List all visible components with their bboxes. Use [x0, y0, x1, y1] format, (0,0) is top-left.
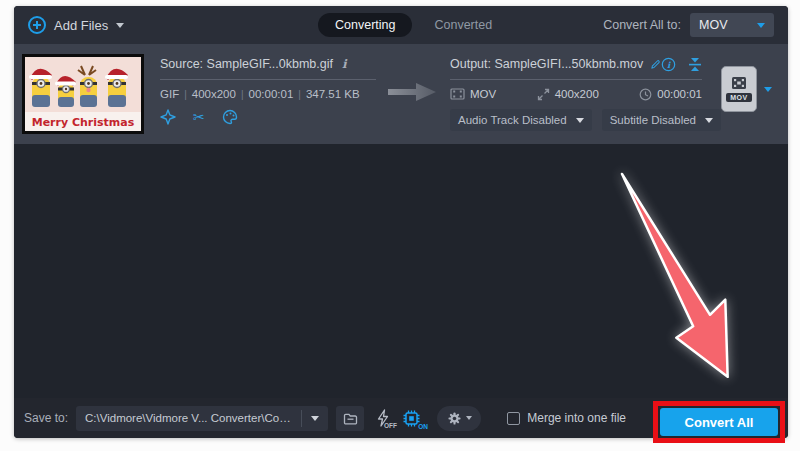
audio-track-value: Audio Track Disabled — [458, 114, 567, 126]
film-strip-icon — [731, 76, 747, 90]
output-file-name: Output: SampleGIFI...50kbmb.mov — [450, 57, 643, 71]
svg-text:i: i — [667, 59, 671, 69]
divider — [160, 79, 376, 80]
chevron-down-icon — [311, 416, 319, 421]
output-duration-text: 00:00:01 — [657, 88, 702, 100]
thumbnail-image: Merry Christmas — [25, 57, 141, 131]
save-path-dropdown[interactable]: C:\Vidmore\Vidmore V... Converter\Conver… — [76, 406, 328, 431]
thumbnail-caption: Merry Christmas — [32, 116, 135, 129]
cut-icon[interactable]: ✂ — [193, 110, 205, 124]
hw-accel-toggle[interactable]: OFF — [376, 409, 390, 427]
merge-checkbox[interactable] — [507, 412, 520, 425]
format-badge: MOV — [726, 93, 751, 102]
source-format: GIF — [160, 88, 179, 100]
output-duration-group: 00:00:01 — [639, 88, 702, 101]
clock-icon — [639, 88, 652, 101]
per-file-format-chooser[interactable]: MOV — [721, 54, 772, 112]
view-tabs: Converting Converted — [318, 6, 492, 44]
source-media-info: GIF| 400x200| 00:00:01| 347.51 KB — [160, 85, 376, 103]
file-list-item: Merry Christmas Source: SampleGIF...0kbm… — [14, 44, 788, 144]
audio-track-dropdown[interactable]: Audio Track Disabled — [450, 109, 592, 131]
bottom-toolbar: Save to: C:\Vidmore\Vidmore V... Convert… — [14, 398, 788, 438]
hw-accel-state: OFF — [384, 422, 397, 429]
save-path-value: C:\Vidmore\Vidmore V... Converter\Conver… — [76, 412, 301, 424]
subtitle-value: Subtitle Disabled — [610, 114, 696, 126]
add-files-button[interactable]: Add Files — [28, 16, 124, 34]
file-thumbnail: Merry Christmas — [22, 54, 144, 134]
resolution-icon — [537, 88, 550, 101]
open-folder-button[interactable] — [336, 406, 364, 431]
source-duration: 00:00:01 — [249, 88, 294, 100]
settings-button[interactable] — [437, 406, 481, 431]
highlight-arrow-annotation — [602, 172, 747, 412]
file-list-area — [14, 144, 788, 398]
output-format-text: MOV — [470, 88, 496, 100]
subtitle-dropdown[interactable]: Subtitle Disabled — [602, 109, 721, 131]
top-toolbar: Add Files Converting Converted Convert A… — [14, 6, 788, 44]
chevron-down-icon — [576, 118, 584, 123]
effect-palette-icon[interactable] — [222, 109, 238, 125]
source-resolution: 400x200 — [192, 88, 236, 100]
chevron-down-icon — [705, 118, 713, 123]
chevron-down-icon — [116, 23, 124, 28]
output-resolution-group: 400x200 — [537, 88, 599, 101]
source-size: 347.51 KB — [306, 88, 360, 100]
collapse-settings-icon[interactable] — [688, 57, 702, 72]
transfer-arrow-icon — [386, 81, 438, 103]
convert-all-highlight-frame: Convert All — [653, 401, 785, 443]
divider — [450, 79, 702, 80]
source-file-name: Source: SampleGIF...0kbmb.gif — [160, 57, 333, 71]
chevron-down-icon[interactable] — [764, 87, 772, 92]
output-format-dropdown[interactable]: MOV — [690, 13, 774, 37]
merge-label: Merge into one file — [527, 411, 626, 425]
output-format-value: MOV — [699, 18, 727, 32]
add-icon — [28, 16, 46, 34]
tab-converting[interactable]: Converting — [318, 13, 412, 37]
output-format-group: MOV — [450, 88, 496, 100]
merge-option[interactable]: Merge into one file — [507, 411, 626, 425]
gear-icon — [447, 411, 462, 426]
folder-icon — [343, 412, 358, 425]
tab-converted[interactable]: Converted — [434, 18, 492, 32]
convert-all-to-label: Convert All to: — [603, 18, 681, 32]
chevron-down-icon — [757, 23, 765, 28]
convert-all-button[interactable]: Convert All — [660, 408, 778, 436]
film-icon — [450, 88, 465, 100]
save-to-label: Save to: — [24, 411, 68, 425]
app-window: Add Files Converting Converted Convert A… — [14, 6, 788, 438]
output-info-icon[interactable]: i — [661, 57, 676, 72]
edit-magic-icon[interactable] — [160, 109, 176, 125]
gpu-accel-toggle[interactable]: ON — [402, 409, 421, 428]
add-files-label: Add Files — [54, 18, 108, 33]
gpu-accel-state: ON — [418, 423, 428, 430]
output-resolution-text: 400x200 — [555, 88, 599, 100]
format-box[interactable]: MOV — [721, 66, 757, 112]
chevron-down-icon — [466, 416, 472, 420]
rename-pencil-icon[interactable] — [650, 58, 661, 71]
source-info-icon[interactable]: i — [342, 57, 347, 71]
